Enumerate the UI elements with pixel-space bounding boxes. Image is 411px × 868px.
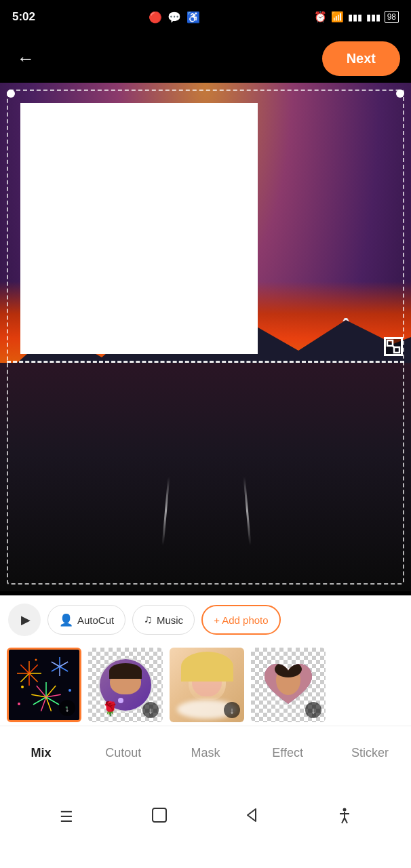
wifi-icon: 📶 — [331, 11, 344, 23]
add-photo-label: + Add photo — [214, 614, 269, 626]
accessibility-icon: ♿ — [187, 11, 200, 24]
tab-cutout-label: Cutout — [105, 746, 141, 760]
canvas-area — [0, 83, 411, 591]
next-button[interactable]: Next — [322, 41, 400, 76]
autocut-label: AutoCut — [77, 614, 114, 626]
bottom-toolbar: ▶ 👤 AutoCut ♫ Music + Add photo — [0, 595, 411, 644]
thumb-download-3[interactable]: ↓ — [224, 702, 240, 718]
svg-marker-40 — [248, 809, 256, 821]
accessibility-nav-button[interactable] — [328, 801, 361, 833]
svg-rect-4 — [387, 340, 393, 346]
battery-level: 98 — [385, 11, 399, 23]
tab-mix-label: Mix — [31, 746, 52, 760]
dashed-selection-line — [7, 361, 404, 363]
status-bar: 5:02 🔴 💬 ♿ ⏰ 📶 ▮▮▮ ▮▮▮ 98 — [0, 0, 411, 34]
system-nav: ☰ — [0, 780, 411, 868]
status-icons-left: 🔴 💬 ♿ — [149, 11, 200, 24]
thumb-download-4[interactable]: ↓ — [305, 702, 321, 718]
photo-placeholder[interactable] — [20, 103, 258, 354]
autocut-button[interactable]: 👤 AutoCut — [47, 605, 125, 635]
tab-cutout[interactable]: Cutout — [82, 726, 164, 780]
back-nav-button[interactable] — [235, 801, 268, 833]
tab-mask[interactable]: Mask — [164, 726, 246, 780]
play-button[interactable]: ▶ — [8, 604, 41, 636]
svg-rect-5 — [394, 347, 399, 353]
thumb-download-1[interactable]: ↓ — [59, 700, 75, 716]
back-nav-icon — [242, 806, 261, 829]
svg-point-41 — [342, 808, 346, 812]
photo-thumb-circle[interactable]: 🌹 ↓ — [88, 648, 163, 722]
tab-mix[interactable]: Mix — [0, 726, 82, 780]
svg-point-33 — [35, 659, 37, 661]
signal-icon: ▮▮▮ — [348, 12, 362, 22]
photo-strip: ↓ 🌹 ↓ — [0, 644, 411, 726]
photo-thumb-fireworks[interactable]: ↓ — [7, 648, 81, 722]
tab-mask-label: Mask — [191, 746, 220, 760]
home-button[interactable] — [143, 801, 176, 833]
photo-thumb-heart[interactable]: ↓ — [251, 648, 326, 722]
top-nav: ← Next — [0, 34, 411, 83]
home-icon — [150, 806, 169, 829]
tab-effect-label: Effect — [272, 746, 303, 760]
svg-rect-39 — [153, 808, 166, 822]
status-icons-right: ⏰ 📶 ▮▮▮ ▮▮▮ 98 — [314, 11, 399, 23]
music-button[interactable]: ♫ Music — [132, 605, 195, 635]
tab-sticker[interactable]: Sticker — [329, 726, 411, 780]
autocut-icon: 👤 — [59, 613, 73, 627]
svg-line-45 — [345, 818, 347, 823]
back-arrow-icon: ← — [17, 48, 35, 69]
tab-sticker-label: Sticker — [351, 746, 389, 760]
accessibility-nav-icon — [335, 806, 354, 829]
photo-thumb-blonde[interactable]: ↓ — [170, 648, 244, 722]
chat-icon: 💬 — [168, 11, 181, 24]
menu-icon: ☰ — [60, 808, 73, 826]
svg-point-31 — [21, 686, 24, 688]
play-icon: ▶ — [21, 612, 31, 627]
back-button[interactable]: ← — [11, 43, 41, 73]
signal2-icon: ▮▮▮ — [366, 12, 380, 22]
svg-point-35 — [18, 703, 20, 705]
battery-icon: 98 — [385, 11, 399, 23]
svg-point-32 — [68, 689, 71, 692]
music-label: Music — [157, 614, 183, 626]
add-photo-button[interactable]: + Add photo — [201, 605, 281, 635]
live-icon: 🔴 — [149, 11, 162, 24]
tab-effect[interactable]: Effect — [247, 726, 329, 780]
menu-button[interactable]: ☰ — [50, 801, 83, 833]
thumb-download-2[interactable]: ↓ — [142, 702, 159, 718]
svg-line-6 — [393, 346, 394, 347]
svg-point-38 — [275, 661, 302, 677]
bottom-tabs: Mix Cutout Mask Effect Sticker — [0, 726, 411, 780]
svg-line-44 — [342, 818, 345, 823]
music-icon: ♫ — [144, 613, 153, 627]
status-time: 5:02 — [12, 10, 35, 24]
alarm-icon: ⏰ — [314, 11, 327, 23]
resize-handle[interactable] — [384, 337, 403, 356]
